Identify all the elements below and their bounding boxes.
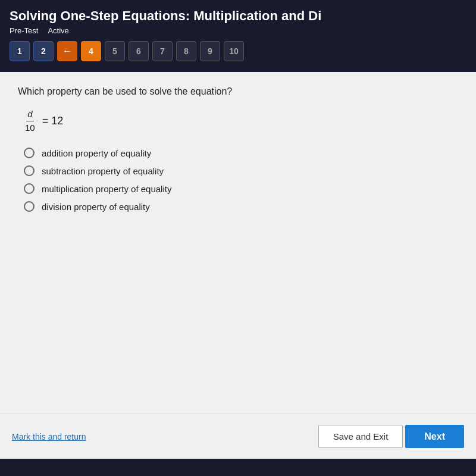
nav-btn-2[interactable]: 2 (33, 41, 54, 61)
radio-4[interactable] (24, 201, 35, 212)
nav-btn-8[interactable]: 8 (176, 41, 196, 61)
option-row-2[interactable]: subtraction property of equality (24, 165, 458, 176)
nav-btn-7[interactable]: 7 (152, 41, 173, 61)
radio-1[interactable] (24, 148, 35, 158)
fraction-denominator: 10 (24, 121, 36, 133)
nav-btn-1[interactable]: 1 (10, 41, 30, 61)
mark-return-link[interactable]: Mark this and return (12, 432, 86, 441)
pretest-label: Pre-Test (10, 26, 38, 35)
equation: d 10 = 12 (24, 109, 458, 133)
nav-btn-back[interactable]: ← (57, 41, 77, 61)
option-label-1: addition property of equality (42, 148, 151, 158)
question-nav: 1 2 ← 4 5 6 7 8 9 10 (10, 41, 466, 67)
answer-options: addition property of equality subtractio… (18, 148, 458, 212)
radio-3[interactable] (24, 183, 35, 194)
action-buttons: Save and Exit Next (318, 425, 464, 448)
nav-btn-9[interactable]: 9 (200, 41, 220, 61)
page-title: Solving One-Step Equations: Multiplicati… (10, 8, 466, 24)
subtitle-row: Pre-Test Active (10, 26, 466, 35)
nav-btn-5[interactable]: 5 (105, 41, 125, 61)
option-row-4[interactable]: division property of equality (24, 201, 458, 212)
next-button[interactable]: Next (405, 425, 464, 448)
option-label-3: multiplication property of equality (42, 184, 171, 194)
equals-sign: = 12 (42, 115, 64, 127)
content-area: Which property can be used to solve the … (0, 72, 476, 459)
save-exit-button[interactable]: Save and Exit (318, 425, 403, 448)
fraction: d 10 (24, 109, 36, 133)
bottom-bar: Mark this and return Save and Exit Next (0, 414, 476, 459)
nav-btn-10[interactable]: 10 (224, 41, 244, 61)
option-row-1[interactable]: addition property of equality (24, 148, 458, 158)
equation-box: d 10 = 12 (18, 109, 458, 133)
nav-btn-4[interactable]: 4 (81, 41, 101, 61)
header: Solving One-Step Equations: Multiplicati… (0, 0, 476, 72)
question-text: Which property can be used to solve the … (18, 86, 458, 97)
option-label-2: subtraction property of equality (42, 166, 164, 176)
radio-2[interactable] (24, 165, 35, 176)
option-label-4: division property of equality (42, 202, 150, 212)
nav-btn-6[interactable]: 6 (129, 41, 149, 61)
option-row-3[interactable]: multiplication property of equality (24, 183, 458, 194)
active-label: Active (48, 26, 68, 35)
fraction-numerator: d (26, 109, 33, 121)
